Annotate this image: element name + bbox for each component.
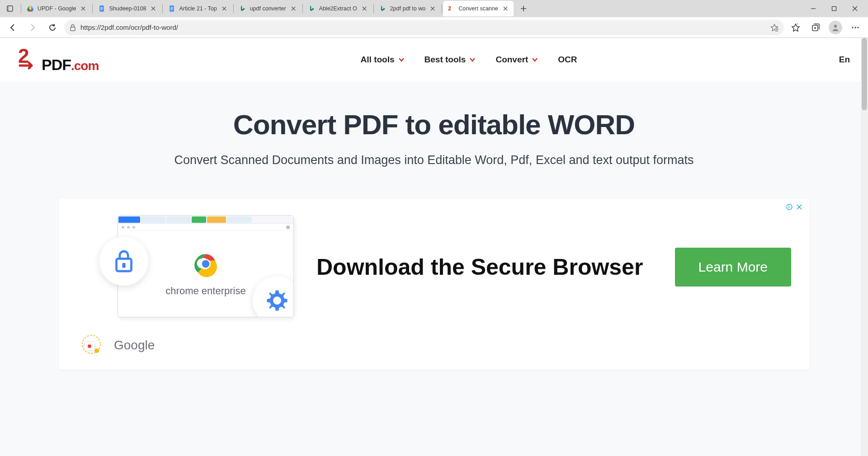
2pdf-icon: 2 <box>448 5 455 12</box>
ad-text: Download the Secure Browser <box>316 254 648 281</box>
ad-brand: Google <box>114 338 155 353</box>
nav-label: OCR <box>558 55 577 65</box>
close-icon[interactable] <box>150 5 157 12</box>
tab-title: 2pdf pdf to wo <box>390 5 426 12</box>
tab-title: Article 21 - Top <box>179 5 217 12</box>
svg-rect-14 <box>170 5 174 11</box>
svg-rect-17 <box>171 9 173 9</box>
tab-title: Shudeep-0108 <box>109 5 146 12</box>
brand-mini-icon <box>77 334 106 357</box>
close-icon[interactable] <box>80 5 87 12</box>
tab-shudeep[interactable]: Shudeep-0108 <box>94 1 161 16</box>
logo-dotcom: .com <box>71 59 99 73</box>
ad-illustration: chrome enterprise <box>77 215 289 319</box>
maximize-button[interactable] <box>824 0 844 17</box>
svg-rect-13 <box>101 10 102 10</box>
svg-rect-15 <box>171 7 173 8</box>
forward-button[interactable] <box>24 19 41 36</box>
divider <box>442 4 442 13</box>
nav-label: Best tools <box>425 55 466 65</box>
nav-best-tools[interactable]: Best tools <box>425 55 476 65</box>
bing-icon <box>379 5 387 12</box>
more-button[interactable] <box>847 19 863 36</box>
profile-button[interactable] <box>827 19 844 36</box>
site-header: 2 PDF.com All tools Best tools Convert O… <box>0 38 868 81</box>
svg-rect-21 <box>71 27 75 31</box>
close-window-button[interactable] <box>844 0 865 17</box>
ad-body: chrome enterprise Download the Secure Br… <box>77 215 791 319</box>
favorites-button[interactable] <box>788 19 804 36</box>
ad-footer: Google <box>77 334 791 357</box>
minimize-button[interactable] <box>803 0 824 17</box>
lang-label: En <box>839 55 850 64</box>
ad-headline: Download the Secure Browser <box>316 254 648 281</box>
svg-text:2: 2 <box>448 5 452 12</box>
chevron-down-icon <box>469 57 476 62</box>
page-content: 2 PDF.com All tools Best tools Convert O… <box>0 38 868 456</box>
tab-title: Able2Extract O <box>319 5 357 12</box>
scrollbar-thumb[interactable] <box>862 38 867 110</box>
tab-title: UPDF - Google <box>38 5 76 12</box>
chrome-enterprise-label: chrome enterprise <box>165 285 245 297</box>
new-tab-button[interactable] <box>516 1 531 16</box>
lock-badge-icon <box>99 237 148 286</box>
refresh-button[interactable] <box>44 19 61 36</box>
page-title: Convert PDF to editable WORD <box>18 108 850 141</box>
svg-rect-10 <box>101 7 103 8</box>
svg-rect-35 <box>122 263 125 268</box>
lock-icon[interactable] <box>70 24 76 31</box>
tab-title: Convert scanne <box>458 5 498 12</box>
bing-icon <box>239 5 246 12</box>
svg-marker-4 <box>31 6 33 9</box>
add-favorite-icon[interactable] <box>770 24 778 32</box>
svg-marker-3 <box>29 6 31 8</box>
tab-article21[interactable]: Article 21 - Top <box>164 1 232 16</box>
svg-point-38 <box>88 344 91 348</box>
close-icon[interactable] <box>502 5 509 12</box>
site-logo[interactable]: 2 PDF.com <box>18 46 99 74</box>
avatar-icon <box>829 21 842 34</box>
ad-info-icon[interactable]: i <box>786 203 793 211</box>
ad-controls: i <box>786 203 803 211</box>
svg-point-27 <box>857 27 859 28</box>
nav-ocr[interactable]: OCR <box>558 55 577 65</box>
close-icon[interactable] <box>290 5 297 12</box>
tab-strip: UPDF - Google Shudeep-0108 Article 21 - … <box>0 0 868 17</box>
browser-chrome: UPDF - Google Shudeep-0108 Article 21 - … <box>0 0 868 38</box>
scrollbar[interactable] <box>861 38 868 456</box>
svg-point-39 <box>94 348 99 353</box>
svg-rect-9 <box>100 5 104 11</box>
divider <box>373 4 374 13</box>
tab-2pdf-search[interactable]: 2pdf pdf to wo <box>375 1 441 16</box>
divider <box>162 4 163 13</box>
docs-icon <box>168 5 175 12</box>
ad-close-icon[interactable] <box>796 203 803 211</box>
logo-pdf: PDF <box>42 56 71 74</box>
nav-convert[interactable]: Convert <box>495 55 538 65</box>
close-icon[interactable] <box>221 5 228 12</box>
close-icon[interactable] <box>429 5 436 12</box>
tab-updf-google[interactable]: UPDF - Google <box>22 1 91 16</box>
main-nav: All tools Best tools Convert OCR <box>361 55 577 65</box>
svg-rect-16 <box>171 8 173 9</box>
learn-more-button[interactable]: Learn More <box>675 248 791 287</box>
close-icon[interactable] <box>361 5 368 12</box>
tab-actions-icon[interactable] <box>3 1 17 16</box>
tab-title: updf converter <box>250 5 286 12</box>
tab-able2extract[interactable]: Able2Extract O <box>304 1 373 16</box>
language-selector[interactable]: En <box>839 55 850 65</box>
svg-text:i: i <box>788 205 790 209</box>
svg-rect-18 <box>171 10 172 10</box>
nav-all-tools[interactable]: All tools <box>361 55 405 65</box>
hero: Convert PDF to editable WORD Convert Sca… <box>0 81 868 181</box>
collections-button[interactable] <box>807 19 824 36</box>
divider <box>92 4 93 13</box>
back-button[interactable] <box>5 19 21 36</box>
nav-label: All tools <box>361 55 395 65</box>
tab-convert-scanned[interactable]: 2 Convert scanne <box>443 1 514 16</box>
bing-icon <box>308 5 316 12</box>
logo-2-icon: 2 <box>18 46 40 70</box>
window-controls <box>803 0 865 17</box>
address-bar[interactable]: https://2pdf.com/ocr/pdf-to-word/ <box>64 20 784 35</box>
tab-updf-converter[interactable]: updf converter <box>235 1 302 16</box>
